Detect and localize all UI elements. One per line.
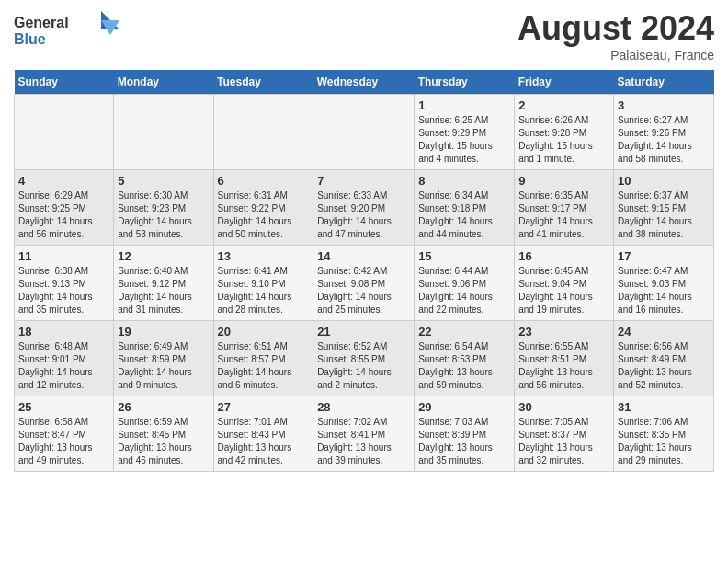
day-number: 9 <box>518 174 609 188</box>
month-year-title: August 2024 <box>518 9 714 48</box>
day-number: 6 <box>218 174 310 188</box>
calendar-cell: 9Sunrise: 6:35 AM Sunset: 9:17 PM Daylig… <box>515 170 614 246</box>
calendar-cell: 14Sunrise: 6:42 AM Sunset: 9:08 PM Dayli… <box>313 246 415 321</box>
day-info: Sunrise: 6:30 AM Sunset: 9:23 PM Dayligh… <box>118 190 209 241</box>
day-info: Sunrise: 6:25 AM Sunset: 9:29 PM Dayligh… <box>418 114 510 166</box>
day-info: Sunrise: 6:58 AM Sunset: 8:47 PM Dayligh… <box>18 416 109 467</box>
day-number: 11 <box>18 249 109 263</box>
calendar-cell: 20Sunrise: 6:51 AM Sunset: 8:57 PM Dayli… <box>213 321 313 396</box>
day-number: 8 <box>418 174 510 188</box>
day-info: Sunrise: 6:42 AM Sunset: 9:08 PM Dayligh… <box>317 265 410 316</box>
week-row-4: 18Sunrise: 6:48 AM Sunset: 9:01 PM Dayli… <box>15 321 714 396</box>
calendar-cell: 31Sunrise: 7:06 AM Sunset: 8:35 PM Dayli… <box>614 396 714 472</box>
day-info: Sunrise: 6:52 AM Sunset: 8:55 PM Dayligh… <box>317 340 410 392</box>
day-number: 3 <box>618 98 710 112</box>
day-info: Sunrise: 6:47 AM Sunset: 9:03 PM Dayligh… <box>618 265 710 316</box>
day-number: 30 <box>518 400 609 414</box>
week-row-1: 1Sunrise: 6:25 AM Sunset: 9:29 PM Daylig… <box>15 95 714 170</box>
day-info: Sunrise: 6:31 AM Sunset: 9:22 PM Dayligh… <box>218 190 310 241</box>
day-number: 26 <box>118 400 209 414</box>
weekday-header-friday: Friday <box>515 70 614 95</box>
day-info: Sunrise: 6:35 AM Sunset: 9:17 PM Dayligh… <box>518 190 609 241</box>
day-info: Sunrise: 7:06 AM Sunset: 8:35 PM Dayligh… <box>618 416 710 467</box>
calendar-cell: 23Sunrise: 6:55 AM Sunset: 8:51 PM Dayli… <box>515 321 614 396</box>
calendar-cell: 19Sunrise: 6:49 AM Sunset: 8:59 PM Dayli… <box>114 321 213 396</box>
day-info: Sunrise: 6:33 AM Sunset: 9:20 PM Dayligh… <box>317 190 410 241</box>
calendar-cell: 29Sunrise: 7:03 AM Sunset: 8:39 PM Dayli… <box>415 396 515 472</box>
calendar-cell: 25Sunrise: 6:58 AM Sunset: 8:47 PM Dayli… <box>15 396 114 472</box>
weekday-header-row: SundayMondayTuesdayWednesdayThursdayFrid… <box>15 70 714 95</box>
calendar-cell: 28Sunrise: 7:02 AM Sunset: 8:41 PM Dayli… <box>313 396 415 472</box>
calendar-cell: 7Sunrise: 6:33 AM Sunset: 9:20 PM Daylig… <box>313 170 415 246</box>
day-info: Sunrise: 6:48 AM Sunset: 9:01 PM Dayligh… <box>18 340 109 392</box>
day-info: Sunrise: 6:44 AM Sunset: 9:06 PM Dayligh… <box>418 265 510 316</box>
calendar-cell: 11Sunrise: 6:38 AM Sunset: 9:13 PM Dayli… <box>15 246 114 321</box>
day-number: 23 <box>518 325 609 339</box>
day-number: 18 <box>18 325 109 339</box>
day-info: Sunrise: 6:26 AM Sunset: 9:28 PM Dayligh… <box>518 114 609 166</box>
day-info: Sunrise: 7:03 AM Sunset: 8:39 PM Dayligh… <box>418 416 510 467</box>
calendar-cell: 1Sunrise: 6:25 AM Sunset: 9:29 PM Daylig… <box>415 95 515 170</box>
day-info: Sunrise: 6:38 AM Sunset: 9:13 PM Dayligh… <box>18 265 109 316</box>
day-number: 27 <box>218 400 310 414</box>
calendar-cell: 4Sunrise: 6:29 AM Sunset: 9:25 PM Daylig… <box>15 170 114 246</box>
day-info: Sunrise: 6:41 AM Sunset: 9:10 PM Dayligh… <box>218 265 310 316</box>
svg-text:General: General <box>14 15 69 30</box>
day-number: 13 <box>218 249 310 263</box>
calendar-table: SundayMondayTuesdayWednesdayThursdayFrid… <box>14 70 714 472</box>
calendar-cell: 10Sunrise: 6:37 AM Sunset: 9:15 PM Dayli… <box>614 170 714 246</box>
day-info: Sunrise: 6:29 AM Sunset: 9:25 PM Dayligh… <box>18 190 109 241</box>
day-number: 20 <box>218 325 310 339</box>
calendar-cell: 27Sunrise: 7:01 AM Sunset: 8:43 PM Dayli… <box>213 396 313 472</box>
calendar-cell: 3Sunrise: 6:27 AM Sunset: 9:26 PM Daylig… <box>614 95 714 170</box>
day-info: Sunrise: 6:45 AM Sunset: 9:04 PM Dayligh… <box>518 265 609 316</box>
day-info: Sunrise: 6:34 AM Sunset: 9:18 PM Dayligh… <box>418 190 510 241</box>
calendar-cell: 22Sunrise: 6:54 AM Sunset: 8:53 PM Dayli… <box>415 321 515 396</box>
week-row-3: 11Sunrise: 6:38 AM Sunset: 9:13 PM Dayli… <box>15 246 714 321</box>
day-number: 31 <box>618 400 710 414</box>
logo-svg: General Blue <box>14 9 124 51</box>
day-info: Sunrise: 6:56 AM Sunset: 8:49 PM Dayligh… <box>618 340 710 392</box>
day-info: Sunrise: 6:27 AM Sunset: 9:26 PM Dayligh… <box>618 114 710 166</box>
day-number: 22 <box>418 325 510 339</box>
day-number: 14 <box>317 249 410 263</box>
day-number: 19 <box>118 325 209 339</box>
day-number: 24 <box>618 325 710 339</box>
day-number: 1 <box>418 98 510 112</box>
day-info: Sunrise: 7:01 AM Sunset: 8:43 PM Dayligh… <box>218 416 310 467</box>
day-number: 28 <box>317 400 410 414</box>
calendar-cell: 21Sunrise: 6:52 AM Sunset: 8:55 PM Dayli… <box>313 321 415 396</box>
svg-text:Blue: Blue <box>14 31 46 47</box>
calendar-cell: 2Sunrise: 6:26 AM Sunset: 9:28 PM Daylig… <box>515 95 614 170</box>
calendar-cell <box>213 95 313 170</box>
calendar-cell: 17Sunrise: 6:47 AM Sunset: 9:03 PM Dayli… <box>614 246 714 321</box>
day-number: 12 <box>118 249 209 263</box>
calendar-cell: 8Sunrise: 6:34 AM Sunset: 9:18 PM Daylig… <box>415 170 515 246</box>
day-number: 29 <box>418 400 510 414</box>
day-info: Sunrise: 6:37 AM Sunset: 9:15 PM Dayligh… <box>618 190 710 241</box>
day-info: Sunrise: 6:59 AM Sunset: 8:45 PM Dayligh… <box>118 416 209 467</box>
location-label: Palaiseau, France <box>518 48 714 63</box>
calendar-cell: 15Sunrise: 6:44 AM Sunset: 9:06 PM Dayli… <box>415 246 515 321</box>
calendar-cell: 16Sunrise: 6:45 AM Sunset: 9:04 PM Dayli… <box>515 246 614 321</box>
day-number: 15 <box>418 249 510 263</box>
day-info: Sunrise: 6:51 AM Sunset: 8:57 PM Dayligh… <box>218 340 310 392</box>
day-number: 2 <box>518 98 609 112</box>
logo: General Blue <box>14 9 124 51</box>
weekday-header-saturday: Saturday <box>614 70 714 95</box>
day-info: Sunrise: 7:05 AM Sunset: 8:37 PM Dayligh… <box>518 416 609 467</box>
calendar-cell: 26Sunrise: 6:59 AM Sunset: 8:45 PM Dayli… <box>114 396 213 472</box>
week-row-2: 4Sunrise: 6:29 AM Sunset: 9:25 PM Daylig… <box>15 170 714 246</box>
calendar-cell <box>313 95 415 170</box>
day-info: Sunrise: 6:54 AM Sunset: 8:53 PM Dayligh… <box>418 340 510 392</box>
day-number: 25 <box>18 400 109 414</box>
calendar-cell: 5Sunrise: 6:30 AM Sunset: 9:23 PM Daylig… <box>114 170 213 246</box>
weekday-header-thursday: Thursday <box>415 70 515 95</box>
page-header: General Blue August 2024 Palaiseau, Fran… <box>14 9 714 63</box>
calendar-cell <box>114 95 213 170</box>
calendar-cell: 18Sunrise: 6:48 AM Sunset: 9:01 PM Dayli… <box>15 321 114 396</box>
day-info: Sunrise: 7:02 AM Sunset: 8:41 PM Dayligh… <box>317 416 410 467</box>
day-info: Sunrise: 6:40 AM Sunset: 9:12 PM Dayligh… <box>118 265 209 316</box>
day-number: 21 <box>317 325 410 339</box>
day-number: 16 <box>518 249 609 263</box>
